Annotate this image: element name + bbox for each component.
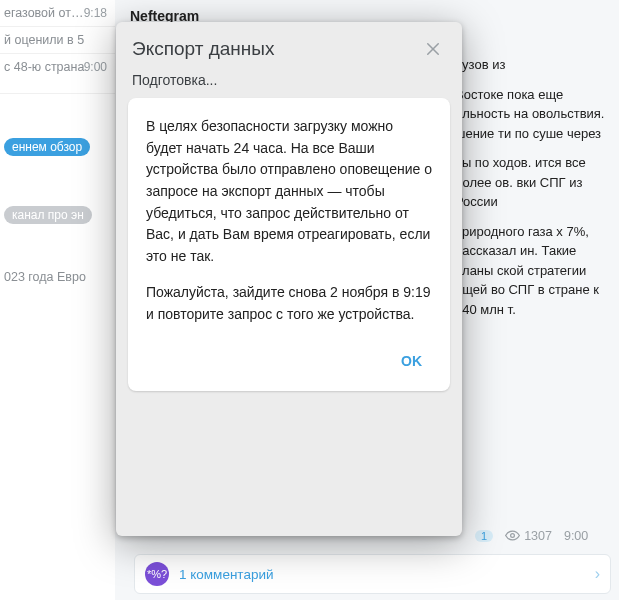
modal-body: В целях безопасности загрузку можно буде…	[128, 98, 450, 391]
close-button[interactable]	[420, 36, 446, 62]
export-modal: Экспорт данных Подготовка... В целях без…	[116, 22, 462, 536]
modal-status: Подготовка...	[116, 72, 462, 98]
modal-header: Экспорт данных	[116, 22, 462, 72]
modal-actions: OK	[146, 339, 432, 381]
modal-paragraph: В целях безопасности загрузку можно буде…	[146, 116, 432, 268]
modal-title: Экспорт данных	[132, 38, 274, 60]
modal-paragraph: Пожалуйста, зайдите снова 2 ноября в 9:1…	[146, 282, 432, 325]
close-icon	[424, 40, 442, 58]
ok-button[interactable]: OK	[391, 343, 432, 381]
